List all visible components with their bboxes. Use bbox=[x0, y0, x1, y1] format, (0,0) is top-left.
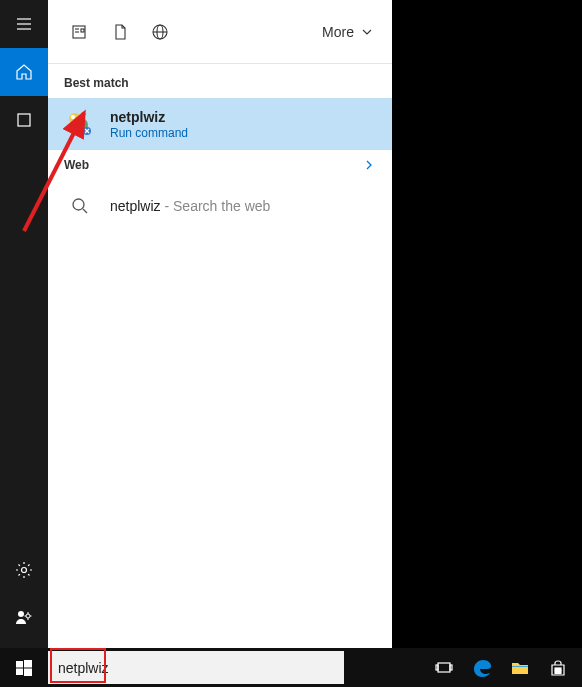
svg-rect-33 bbox=[555, 668, 558, 671]
apps-button[interactable] bbox=[0, 96, 48, 144]
account-button[interactable] bbox=[0, 594, 48, 642]
web-hint: - Search the web bbox=[161, 198, 271, 214]
windows-icon bbox=[16, 660, 32, 676]
store-button[interactable] bbox=[540, 648, 576, 687]
edge-icon bbox=[472, 658, 492, 678]
taskbar-search-box[interactable] bbox=[48, 651, 344, 684]
apps-icon bbox=[16, 112, 32, 128]
search-input[interactable] bbox=[58, 660, 334, 676]
svg-rect-30 bbox=[436, 665, 438, 670]
store-icon bbox=[549, 659, 567, 677]
svg-rect-27 bbox=[16, 668, 23, 675]
web-section-header[interactable]: Web bbox=[48, 150, 392, 180]
svg-rect-29 bbox=[438, 663, 450, 672]
run-command-icon bbox=[64, 108, 96, 140]
home-button[interactable] bbox=[0, 48, 48, 96]
svg-rect-14 bbox=[81, 29, 84, 32]
chevron-right-icon bbox=[362, 158, 376, 172]
svg-rect-32 bbox=[512, 666, 528, 667]
svg-rect-3 bbox=[18, 114, 30, 126]
search-icon bbox=[64, 190, 96, 222]
web-search-result[interactable]: netplwiz - Search the web bbox=[48, 180, 392, 232]
svg-rect-34 bbox=[559, 668, 562, 671]
taskbar bbox=[0, 648, 582, 687]
task-view-button[interactable] bbox=[426, 648, 462, 687]
filter-toolbar: More bbox=[48, 0, 392, 64]
search-results-panel: More Best match netplwiz Run command Web bbox=[48, 0, 392, 648]
filter-web-button[interactable] bbox=[140, 12, 180, 52]
svg-rect-31 bbox=[450, 665, 452, 670]
folder-icon bbox=[510, 658, 530, 678]
home-icon bbox=[15, 63, 33, 81]
svg-line-24 bbox=[83, 209, 87, 213]
web-header-label: Web bbox=[64, 158, 89, 172]
edge-button[interactable] bbox=[464, 648, 500, 687]
more-label: More bbox=[322, 24, 354, 40]
filter-more-button[interactable]: More bbox=[322, 24, 380, 40]
svg-point-4 bbox=[22, 568, 27, 573]
svg-point-23 bbox=[73, 199, 84, 210]
svg-point-20 bbox=[71, 115, 75, 119]
best-match-header: Best match bbox=[48, 64, 392, 98]
svg-point-21 bbox=[77, 121, 81, 125]
svg-point-5 bbox=[18, 611, 24, 617]
globe-icon bbox=[151, 23, 169, 41]
svg-rect-26 bbox=[24, 660, 32, 668]
chevron-down-icon bbox=[360, 25, 374, 39]
news-icon bbox=[71, 23, 89, 41]
best-match-result[interactable]: netplwiz Run command bbox=[48, 98, 392, 150]
hamburger-button[interactable] bbox=[0, 0, 48, 48]
svg-rect-35 bbox=[555, 671, 558, 674]
result-subtitle: Run command bbox=[110, 126, 188, 140]
person-icon bbox=[15, 609, 33, 627]
result-title: netplwiz bbox=[110, 108, 188, 126]
web-query: netplwiz bbox=[110, 198, 161, 214]
file-explorer-button[interactable] bbox=[502, 648, 538, 687]
svg-point-6 bbox=[26, 614, 30, 618]
hamburger-icon bbox=[16, 16, 32, 32]
svg-rect-28 bbox=[24, 668, 32, 676]
settings-button[interactable] bbox=[0, 546, 48, 594]
task-view-icon bbox=[435, 659, 453, 677]
cortana-left-rail bbox=[0, 0, 48, 648]
filter-documents-button[interactable] bbox=[100, 12, 140, 52]
document-icon bbox=[111, 23, 129, 41]
start-button[interactable] bbox=[0, 648, 48, 687]
filter-news-button[interactable] bbox=[60, 12, 100, 52]
gear-icon bbox=[15, 561, 33, 579]
svg-rect-36 bbox=[559, 671, 562, 674]
svg-rect-25 bbox=[16, 661, 23, 668]
